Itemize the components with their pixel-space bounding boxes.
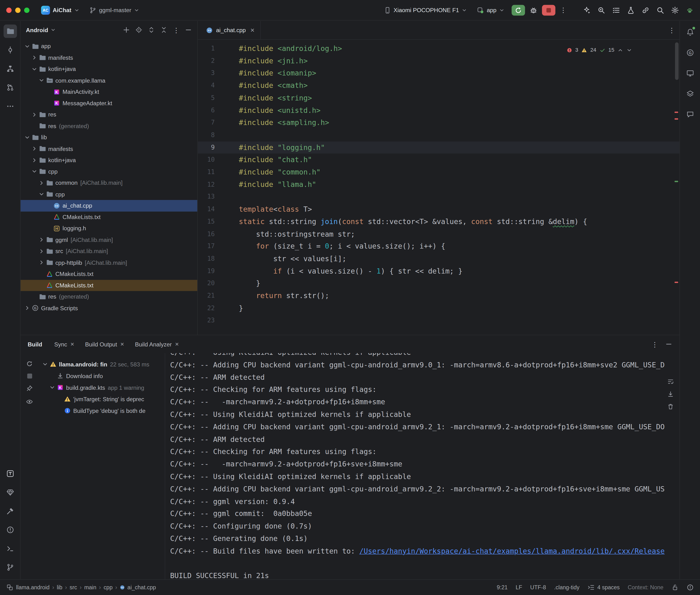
- chevron-down-icon[interactable]: [50, 27, 56, 32]
- change-stripe-mark[interactable]: [674, 181, 678, 182]
- build-tree-row[interactable]: BuildType 'debug' is both de: [38, 405, 165, 417]
- chevron-down-icon[interactable]: [24, 43, 30, 49]
- build-panel-title[interactable]: Build: [28, 341, 42, 347]
- project-tree-row[interactable]: com.example.llama: [21, 75, 197, 86]
- share-link-icon[interactable]: [642, 6, 650, 14]
- error-stripe-mark[interactable]: [674, 118, 678, 120]
- run-button[interactable]: [512, 5, 525, 16]
- chevron-down-icon[interactable]: [31, 66, 37, 72]
- chevron-right-icon[interactable]: [38, 248, 45, 254]
- code-line[interactable]: 15static std::string join(const std::vec…: [198, 216, 679, 228]
- close-tab-icon[interactable]: ✕: [175, 341, 179, 347]
- code-line[interactable]: 12#include "llama.h": [198, 178, 679, 191]
- build-tree-row[interactable]: Download info: [38, 370, 165, 382]
- problems-tool-button[interactable]: [3, 523, 17, 536]
- layout-inspector-tool-button[interactable]: [683, 87, 697, 101]
- editor-scrollbar[interactable]: [675, 42, 678, 80]
- caret-position[interactable]: 9:21: [497, 584, 508, 591]
- debug-button[interactable]: [529, 6, 537, 14]
- editor-tab[interactable]: ++ ai_chat.cpp ✕: [200, 21, 260, 39]
- build-console[interactable]: C/C++: -- Using KleidiAI optimized kerne…: [165, 353, 679, 579]
- code-line[interactable]: 18 str << values[i];: [198, 253, 679, 265]
- error-stripe[interactable]: [673, 40, 679, 334]
- chevron-down-icon[interactable]: [49, 384, 55, 391]
- project-tree-row[interactable]: ggml[AiChat.lib.main]: [21, 234, 197, 246]
- project-tree-row[interactable]: res(generated): [21, 291, 197, 302]
- more-run-options-button[interactable]: ⋮: [560, 7, 566, 13]
- window-icon[interactable]: [6, 584, 13, 591]
- code-line[interactable]: 17 for (size_t i = 0; i < values.size();…: [198, 240, 679, 253]
- build-tree-row[interactable]: llama.android: fin22 sec, 583 ms: [38, 358, 165, 370]
- locate-file-icon[interactable]: [135, 26, 142, 34]
- version-control-tool-button[interactable]: [3, 561, 17, 574]
- chevron-right-icon[interactable]: [38, 180, 45, 186]
- hide-panel-icon[interactable]: [185, 26, 192, 34]
- hide-build-panel-icon[interactable]: [665, 340, 672, 348]
- breadcrumb-file[interactable]: ++ai_chat.cpp: [120, 584, 156, 591]
- pull-requests-tool-button[interactable]: [3, 81, 17, 94]
- build-tab-build-analyzer[interactable]: Build Analyzer✕: [130, 338, 184, 350]
- project-tree-row[interactable]: ++ai_chat.cpp: [21, 200, 197, 211]
- code-line[interactable]: 16 std::ostringstream str;: [198, 228, 679, 240]
- chevron-right-icon[interactable]: [31, 146, 37, 152]
- code-line[interactable]: 4#include <cmath>: [198, 80, 679, 92]
- context-indicator[interactable]: Context: None: [628, 584, 664, 591]
- breadcrumb-item[interactable]: llama.android: [16, 584, 50, 591]
- assistant-tool-button[interactable]: [683, 108, 697, 121]
- chevron-right-icon[interactable]: [24, 305, 30, 311]
- chevron-down-icon[interactable]: [38, 191, 45, 197]
- code-line[interactable]: 11#include "common.h": [198, 166, 679, 178]
- pin-icon[interactable]: [26, 385, 33, 392]
- editor-options-button[interactable]: ⋮: [668, 27, 675, 33]
- project-tool-button[interactable]: [3, 25, 17, 38]
- ai-search-icon[interactable]: [597, 6, 606, 14]
- project-tree-row[interactable]: CMakeLists.txt: [21, 211, 197, 223]
- code-line[interactable]: 22}: [198, 302, 679, 314]
- breadcrumb-item[interactable]: lib: [57, 584, 62, 591]
- project-tree-row[interactable]: manifests: [21, 143, 197, 154]
- build-tool-button[interactable]: [3, 504, 17, 518]
- project-tree-row[interactable]: manifests: [21, 52, 197, 63]
- stop-sync-icon[interactable]: [27, 374, 32, 378]
- close-tab-icon[interactable]: ✕: [250, 27, 255, 33]
- code-line[interactable]: 3#include <iomanip>: [198, 67, 679, 80]
- project-options-button[interactable]: ⋮: [173, 27, 179, 33]
- project-tree-row[interactable]: GGradle Scripts: [21, 302, 197, 314]
- project-tree-row[interactable]: CMakeLists.txt: [21, 268, 197, 280]
- add-icon[interactable]: [123, 26, 130, 34]
- show-details-icon[interactable]: [26, 398, 33, 405]
- chevron-down-icon[interactable]: [31, 168, 37, 174]
- build-tree-row[interactable]: 'jvmTarget: String' is deprec: [38, 393, 165, 405]
- chevron-right-icon[interactable]: [31, 55, 37, 61]
- vcs-branch-selector[interactable]: ggml-master: [86, 5, 142, 16]
- code-line[interactable]: 13: [198, 191, 679, 203]
- scroll-to-end-icon[interactable]: [667, 391, 674, 398]
- code-line[interactable]: 19 if (i < values.size() - 1) { str << d…: [198, 265, 679, 277]
- file-encoding[interactable]: UTF-8: [530, 584, 546, 591]
- code-line[interactable]: 9#include "logging.h": [198, 141, 679, 154]
- chevron-right-icon[interactable]: [38, 237, 45, 243]
- zoom-window-button[interactable]: [24, 7, 29, 12]
- profile-avatar[interactable]: [686, 6, 694, 14]
- expand-all-icon[interactable]: [148, 26, 155, 34]
- project-tree-row[interactable]: kotlin+java: [21, 154, 197, 166]
- inspections-widget[interactable]: 3 24 15: [564, 43, 635, 57]
- project-view-mode[interactable]: Android: [26, 27, 48, 33]
- project-tree-row[interactable]: lib: [21, 132, 197, 143]
- close-tab-icon[interactable]: ✕: [120, 341, 124, 347]
- code-line[interactable]: 6#include <unistd.h>: [198, 104, 679, 117]
- breadcrumb-item[interactable]: src: [69, 584, 77, 591]
- breadcrumb-item[interactable]: cpp: [104, 584, 113, 591]
- build-output-link[interactable]: /Users/hanyin/Workspace/ai-chat/examples…: [359, 547, 665, 555]
- project-selector[interactable]: AC AiChat: [38, 4, 82, 16]
- project-tree-row[interactable]: common[AiChat.lib.main]: [21, 177, 197, 189]
- lock-icon[interactable]: [671, 584, 678, 591]
- project-tree-row[interactable]: res(generated): [21, 120, 197, 132]
- project-tree-row[interactable]: CMakeLists.txt: [21, 280, 197, 291]
- code-line[interactable]: 21 return str.str();: [198, 290, 679, 302]
- project-tree-row[interactable]: src[AiChat.lib.main]: [21, 246, 197, 257]
- soft-wrap-icon[interactable]: [667, 378, 674, 385]
- indent-setting[interactable]: 4 spaces: [588, 584, 620, 591]
- resource-manager-tool-button[interactable]: [3, 486, 17, 499]
- running-devices-tool-button[interactable]: [3, 467, 17, 480]
